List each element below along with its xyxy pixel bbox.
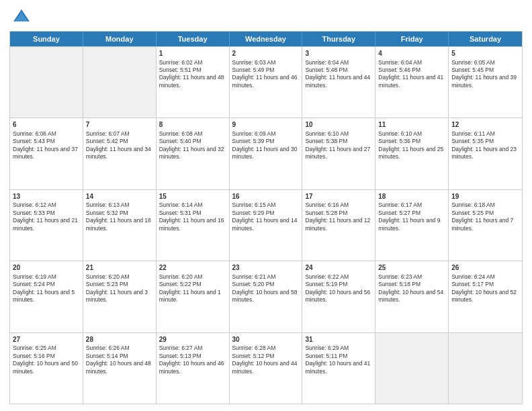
page-header — [9, 7, 523, 26]
sunrise-text: Sunrise: 6:24 AM — [451, 273, 495, 280]
calendar-cell: 30Sunrise: 6:28 AMSunset: 5:12 PMDayligh… — [230, 333, 303, 404]
sunset-text: Sunset: 5:12 PM — [232, 353, 275, 359]
day-number: 4 — [378, 49, 445, 58]
day-number: 27 — [13, 335, 80, 345]
calendar-cell: 21Sunrise: 6:20 AMSunset: 5:23 PMDayligh… — [83, 261, 157, 332]
sunrise-text: Sunrise: 6:19 AM — [13, 273, 56, 280]
sunset-text: Sunset: 5:31 PM — [159, 210, 202, 216]
calendar-cell: 4Sunrise: 6:04 AMSunset: 5:46 PMDaylight… — [375, 47, 449, 118]
sunrise-text: Sunrise: 6:02 AM — [159, 59, 203, 66]
sunrise-text: Sunrise: 6:04 AM — [305, 59, 349, 66]
sunset-text: Sunset: 5:13 PM — [159, 353, 202, 359]
daylight-text: Daylight: 11 hours and 39 minutes. — [451, 74, 517, 88]
sunset-text: Sunset: 5:35 PM — [451, 138, 494, 144]
sunset-text: Sunset: 5:20 PM — [232, 281, 275, 287]
calendar-cell: 6Sunrise: 6:06 AMSunset: 5:43 PMDaylight… — [10, 118, 83, 189]
calendar: SundayMondayTuesdayWednesdayThursdayFrid… — [9, 31, 523, 404]
daylight-text: Daylight: 11 hours and 44 minutes. — [305, 74, 370, 88]
calendar-cell: 15Sunrise: 6:14 AMSunset: 5:31 PMDayligh… — [157, 190, 230, 261]
day-number: 13 — [13, 192, 80, 201]
calendar-cell: 7Sunrise: 6:07 AMSunset: 5:42 PMDaylight… — [83, 118, 157, 189]
calendar-row: 27Sunrise: 6:25 AMSunset: 5:16 PMDayligh… — [10, 332, 522, 404]
calendar-cell: 2Sunrise: 6:03 AMSunset: 5:49 PMDaylight… — [230, 47, 303, 118]
daylight-text: Daylight: 11 hours and 25 minutes. — [378, 146, 443, 160]
day-number: 20 — [13, 263, 80, 273]
day-number: 8 — [159, 120, 226, 130]
calendar-cell: 31Sunrise: 6:29 AMSunset: 5:11 PMDayligh… — [302, 333, 375, 404]
day-number: 28 — [86, 335, 153, 345]
calendar-cell: 25Sunrise: 6:23 AMSunset: 5:18 PMDayligh… — [375, 261, 449, 332]
sunrise-text: Sunrise: 6:20 AM — [86, 273, 130, 280]
calendar-cell: 3Sunrise: 6:04 AMSunset: 5:48 PMDaylight… — [302, 47, 375, 118]
day-number: 6 — [13, 120, 80, 130]
daylight-text: Daylight: 11 hours and 23 minutes. — [451, 146, 517, 160]
sunrise-text: Sunrise: 6:25 AM — [13, 345, 56, 351]
calendar-cell: 11Sunrise: 6:10 AMSunset: 5:36 PMDayligh… — [375, 118, 449, 189]
calendar-cell: 18Sunrise: 6:17 AMSunset: 5:27 PMDayligh… — [375, 190, 449, 261]
daylight-text: Daylight: 10 hours and 46 minutes. — [159, 360, 224, 374]
day-number: 24 — [305, 263, 372, 273]
sunset-text: Sunset: 5:28 PM — [305, 210, 347, 216]
sunrise-text: Sunrise: 6:05 AM — [451, 59, 495, 66]
sunrise-text: Sunrise: 6:26 AM — [86, 345, 130, 351]
daylight-text: Daylight: 10 hours and 41 minutes. — [305, 360, 370, 374]
calendar-cell: 27Sunrise: 6:25 AMSunset: 5:16 PMDayligh… — [10, 333, 83, 404]
daylight-text: Daylight: 10 hours and 56 minutes. — [305, 289, 370, 303]
sunset-text: Sunset: 5:16 PM — [13, 353, 55, 359]
day-number: 9 — [232, 120, 300, 130]
sunset-text: Sunset: 5:43 PM — [13, 138, 55, 144]
weekday-header: Monday — [83, 32, 157, 46]
sunrise-text: Sunrise: 6:11 AM — [451, 130, 495, 137]
sunset-text: Sunset: 5:14 PM — [86, 353, 128, 359]
sunset-text: Sunset: 5:39 PM — [232, 138, 275, 144]
calendar-cell: 13Sunrise: 6:12 AMSunset: 5:33 PMDayligh… — [10, 190, 83, 261]
daylight-text: Daylight: 11 hours and 34 minutes. — [86, 146, 151, 160]
day-number: 12 — [451, 120, 519, 130]
day-number: 3 — [305, 49, 372, 58]
daylight-text: Daylight: 11 hours and 14 minutes. — [232, 217, 298, 231]
daylight-text: Daylight: 11 hours and 9 minutes. — [378, 217, 440, 231]
sunset-text: Sunset: 5:40 PM — [159, 138, 202, 144]
calendar-cell: 9Sunrise: 6:09 AMSunset: 5:39 PMDaylight… — [230, 118, 303, 189]
calendar-cell: 14Sunrise: 6:13 AMSunset: 5:32 PMDayligh… — [83, 190, 157, 261]
daylight-text: Daylight: 10 hours and 48 minutes. — [86, 360, 151, 374]
weekday-header: Sunday — [10, 32, 83, 46]
daylight-text: Daylight: 11 hours and 21 minutes. — [13, 217, 78, 231]
calendar-cell — [83, 47, 157, 118]
calendar-cell: 28Sunrise: 6:26 AMSunset: 5:14 PMDayligh… — [83, 333, 157, 404]
day-number: 17 — [305, 192, 372, 201]
calendar-cell — [10, 47, 83, 118]
calendar-cell: 12Sunrise: 6:11 AMSunset: 5:35 PMDayligh… — [449, 118, 522, 189]
sunrise-text: Sunrise: 6:28 AM — [232, 345, 276, 351]
day-number: 7 — [86, 120, 153, 130]
sunrise-text: Sunrise: 6:04 AM — [378, 59, 422, 66]
day-number: 21 — [86, 263, 153, 273]
calendar-row: 20Sunrise: 6:19 AMSunset: 5:24 PMDayligh… — [10, 261, 522, 332]
sunrise-text: Sunrise: 6:29 AM — [305, 345, 349, 351]
daylight-text: Daylight: 10 hours and 50 minutes. — [13, 360, 78, 374]
sunrise-text: Sunrise: 6:14 AM — [159, 201, 203, 208]
day-number: 15 — [159, 192, 226, 201]
sunset-text: Sunset: 5:17 PM — [451, 281, 494, 287]
day-number: 16 — [232, 192, 300, 201]
calendar-cell: 17Sunrise: 6:16 AMSunset: 5:28 PMDayligh… — [302, 190, 375, 261]
calendar-row: 6Sunrise: 6:06 AMSunset: 5:43 PMDaylight… — [10, 118, 522, 189]
day-number: 29 — [159, 335, 226, 345]
sunset-text: Sunset: 5:51 PM — [159, 66, 202, 73]
calendar-cell: 20Sunrise: 6:19 AMSunset: 5:24 PMDayligh… — [10, 261, 83, 332]
logo — [9, 7, 31, 26]
sunrise-text: Sunrise: 6:09 AM — [232, 130, 276, 137]
calendar-cell: 8Sunrise: 6:08 AMSunset: 5:40 PMDaylight… — [157, 118, 230, 189]
day-number: 23 — [232, 263, 300, 273]
sunset-text: Sunset: 5:46 PM — [378, 66, 420, 73]
sunset-text: Sunset: 5:24 PM — [13, 281, 55, 287]
calendar-cell — [375, 333, 449, 404]
weekday-header: Friday — [375, 32, 449, 46]
weekday-header: Wednesday — [230, 32, 303, 46]
sunset-text: Sunset: 5:11 PM — [305, 353, 347, 359]
daylight-text: Daylight: 11 hours and 41 minutes. — [378, 74, 443, 88]
daylight-text: Daylight: 11 hours and 37 minutes. — [13, 146, 78, 160]
sunrise-text: Sunrise: 6:03 AM — [232, 59, 276, 66]
sunrise-text: Sunrise: 6:16 AM — [305, 201, 349, 208]
daylight-text: Daylight: 11 hours and 18 minutes. — [86, 217, 151, 231]
